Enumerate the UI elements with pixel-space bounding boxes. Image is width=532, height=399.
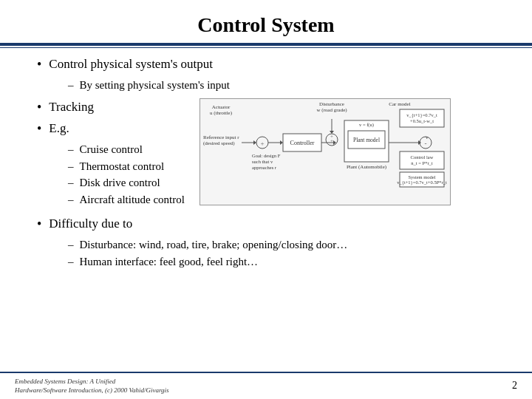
bullet-text-4: Difficulty due to [49,215,132,233]
svg-text:Car model: Car model [389,101,410,107]
svg-text:Actuator: Actuator [212,104,231,110]
svg-text:+0.5u_t-w_t: +0.5u_t-w_t [410,118,434,123]
sub-text-3-2: Disk drive control [80,174,160,191]
tracking-eg-row: • Tracking • E.g. – Cruise control – The… [37,98,495,211]
sub-bullet-3-2: – Disk drive control [68,174,185,191]
bullet-dot-4: • [37,215,41,233]
section-bullet4: • Difficulty due to – Disturbance: wind,… [37,215,495,270]
svg-text:Plant (Automobile): Plant (Automobile) [347,164,387,170]
section-bullet1: • Control physical system's output – By … [37,55,495,94]
svg-text:approaches r: approaches r [252,165,277,170]
svg-text:u (throttle): u (throttle) [210,110,233,116]
svg-marker-9 [253,140,256,145]
bullet-dot-3: • [37,120,41,138]
sub-bullet-3-0: – Cruise control [68,141,185,158]
bullet-text-3: E.g. [49,120,69,137]
svg-text:Reference input r: Reference input r [203,134,239,140]
svg-text:such that v: such that v [252,159,273,164]
sub-dash-4-1: – [68,253,74,270]
bullet-dot-2: • [37,98,41,117]
footer-line1: Embedded Systems Design: A Unified [15,377,169,386]
diagram-area: Actuator u (throttle) Disturbance w (roa… [200,98,495,205]
svg-text:n_t = P*r_t: n_t = P*r_t [411,160,433,166]
title-area: Control System [0,0,532,43]
bullet-text-1: Control physical system's output [49,55,213,73]
svg-text:w (road grade): w (road grade) [316,107,347,113]
bullet-dot-1: • [37,55,41,74]
bullet-main-1: • Control physical system's output [37,55,495,74]
bullet-text-2: Tracking [49,98,94,116]
sub-text-4-0: Disturbance: wind, road, tire, brake; op… [80,236,348,253]
svg-text:Control law: Control law [411,154,434,160]
sub-dash-3-0: – [68,141,74,158]
diagram-svg: Actuator u (throttle) Disturbance w (roa… [200,98,450,205]
svg-text:Controller: Controller [290,140,315,146]
bullet-main-4: • Difficulty due to [37,215,495,233]
sub-bullets-4: – Disturbance: wind, road, tire, brake; … [68,236,495,270]
slide: Control System • Control physical system… [0,0,532,399]
sub-text-3-0: Cruise control [80,141,143,158]
sub-bullet-4-1: – Human interface: feel good, feel right… [68,253,495,270]
sub-dash-3-1: – [68,158,74,175]
sub-text-4-1: Human interface: feel good, feel right… [80,253,259,270]
svg-text:+: + [260,140,264,147]
control-diagram: Actuator u (throttle) Disturbance w (roa… [200,98,451,205]
sub-dash-1-0: – [68,77,74,94]
footer: Embedded Systems Design: A Unified Hardw… [0,372,532,399]
sub-bullets-3: – Cruise control – Thermostat control – … [68,141,185,208]
tracking-eg-left: • Tracking • E.g. – Cruise control – The… [37,98,185,211]
sub-bullets-1: – By setting physical system's input [68,77,495,94]
footer-line2: Hardware/Software Introduction, (c) 2000… [15,386,169,395]
content-area: • Control physical system's output – By … [0,48,532,282]
sub-text-3-3: Aircraft altitude control [80,191,185,208]
sub-dash-3-2: – [68,174,74,191]
svg-text:v_{t+1}=0.7v_t: v_{t+1}=0.7v_t [406,112,437,118]
bullet-main-3: • E.g. [37,120,185,138]
svg-text:Goal: design F: Goal: design F [252,153,281,158]
sub-bullet-3-1: – Thermostat control [68,158,185,175]
sub-dash-3-3: – [68,191,74,208]
svg-text:Disturbance: Disturbance [319,101,344,107]
svg-text:-: - [424,140,426,147]
svg-marker-13 [280,140,283,145]
footer-page: 2 [512,380,517,392]
footer-left: Embedded Systems Design: A Unified Hardw… [15,377,169,395]
svg-text:+: + [330,134,333,140]
svg-text:(desired speed): (desired speed) [203,140,235,146]
svg-text:v_{t+1}=0.7v_t+0.5P*r_t: v_{t+1}=0.7v_t+0.5P*r_t [397,180,447,185]
sub-text-3-1: Thermostat control [80,158,165,175]
sub-text-1-0: By setting physical system's input [80,77,231,94]
svg-text:System model: System model [408,174,435,180]
bullet-main-2: • Tracking [37,98,185,117]
sub-bullet-4-0: – Disturbance: wind, road, tire, brake; … [68,236,495,253]
top-border [0,43,532,46]
sub-bullet-1-0: – By setting physical system's input [68,77,495,94]
slide-title: Control System [197,13,334,36]
sub-dash-4-0: – [68,236,74,253]
svg-text:v = f(u): v = f(u) [359,122,374,128]
svg-text:Plant model: Plant model [353,137,380,143]
sub-bullet-3-3: – Aircraft altitude control [68,191,185,208]
